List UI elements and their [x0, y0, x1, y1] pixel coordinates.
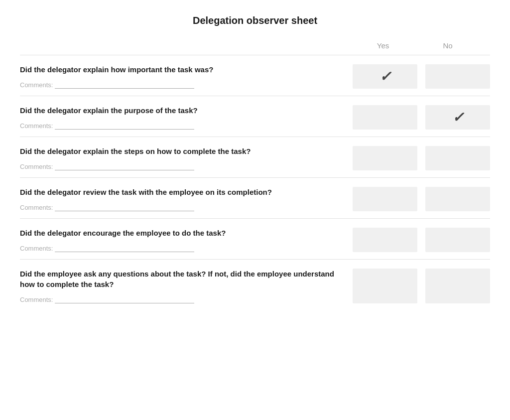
- yes-cell-3[interactable]: [353, 146, 417, 170]
- question-answers-1: ✓: [353, 64, 490, 89]
- yes-cell-1[interactable]: ✓: [353, 64, 417, 89]
- no-cell-6[interactable]: [425, 269, 490, 303]
- question-left-2: Did the delegator explain the purpose of…: [20, 105, 353, 130]
- comment-label-1: Comments:: [20, 81, 53, 89]
- comment-underline-3[interactable]: [55, 162, 194, 170]
- no-cell-1[interactable]: [425, 64, 490, 89]
- comment-underline-5[interactable]: [55, 244, 194, 252]
- yes-column-header: Yes: [351, 41, 415, 50]
- no-cell-2[interactable]: ✓: [425, 105, 490, 130]
- comment-label-5: Comments:: [20, 245, 53, 252]
- question-text-3: Did the delegator explain the steps on h…: [20, 146, 338, 156]
- question-row-5: Did the delegator encourage the employee…: [20, 218, 490, 259]
- question-answers-2: ✓: [353, 105, 490, 130]
- comment-label-3: Comments:: [20, 163, 53, 170]
- questions-container: Did the delegator explain how important …: [20, 55, 490, 310]
- question-left-6: Did the employee ask any questions about…: [20, 269, 353, 303]
- question-text-5: Did the delegator encourage the employee…: [20, 228, 338, 238]
- question-text-4: Did the delegator review the task with t…: [20, 187, 338, 197]
- no-checkmark-2: ✓: [452, 109, 464, 126]
- comment-label-2: Comments:: [20, 122, 53, 130]
- comment-underline-1[interactable]: [55, 81, 194, 89]
- question-row-2: Did the delegator explain the purpose of…: [20, 96, 490, 137]
- yes-cell-2[interactable]: [353, 105, 417, 130]
- question-text-2: Did the delegator explain the purpose of…: [20, 105, 338, 116]
- question-row-4: Did the delegator review the task with t…: [20, 177, 490, 218]
- comment-label-4: Comments:: [20, 204, 53, 211]
- no-cell-3[interactable]: [425, 146, 490, 170]
- question-row-3: Did the delegator explain the steps on h…: [20, 137, 490, 177]
- question-row-6: Did the employee ask any questions about…: [20, 259, 490, 310]
- no-column-header: No: [415, 41, 480, 50]
- question-answers-4: [353, 187, 490, 211]
- no-cell-4[interactable]: [425, 187, 490, 211]
- comment-line-3: Comments:: [20, 162, 338, 170]
- question-row-1: Did the delegator explain how important …: [20, 55, 490, 96]
- comment-line-5: Comments:: [20, 244, 338, 252]
- question-left-1: Did the delegator explain how important …: [20, 64, 353, 89]
- comment-underline-2[interactable]: [55, 122, 194, 130]
- comment-underline-4[interactable]: [55, 203, 194, 211]
- yes-cell-4[interactable]: [353, 187, 417, 211]
- question-text-6: Did the employee ask any questions about…: [20, 269, 338, 289]
- comment-line-6: Comments:: [20, 295, 338, 303]
- question-left-5: Did the delegator encourage the employee…: [20, 228, 353, 252]
- comment-line-2: Comments:: [20, 122, 338, 130]
- question-answers-3: [353, 146, 490, 170]
- question-answers-5: [353, 228, 490, 252]
- no-cell-5[interactable]: [425, 228, 490, 252]
- page-title: Delegation observer sheet: [20, 10, 490, 26]
- yes-checkmark-1: ✓: [380, 68, 391, 85]
- column-headers: Yes No: [20, 41, 490, 50]
- question-left-4: Did the delegator review the task with t…: [20, 187, 353, 211]
- question-text-1: Did the delegator explain how important …: [20, 64, 338, 75]
- question-left-3: Did the delegator explain the steps on h…: [20, 146, 353, 170]
- comment-line-4: Comments:: [20, 203, 338, 211]
- comment-line-1: Comments:: [20, 81, 338, 89]
- comment-underline-6[interactable]: [55, 295, 194, 303]
- yes-cell-6[interactable]: [353, 269, 417, 303]
- question-answers-6: [353, 269, 490, 303]
- comment-label-6: Comments:: [20, 296, 53, 303]
- yes-cell-5[interactable]: [353, 228, 417, 252]
